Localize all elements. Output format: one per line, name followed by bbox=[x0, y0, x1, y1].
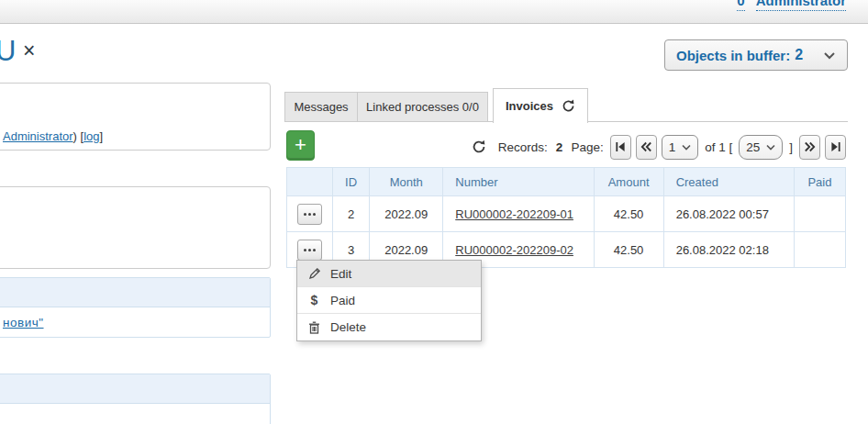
invoices-table: ID Month Number Amount Created Paid 2 20… bbox=[286, 167, 846, 268]
panel-user-info: Administrator) [log] bbox=[0, 83, 271, 151]
person-link[interactable]: нович" bbox=[3, 316, 44, 329]
col-amount: Amount bbox=[594, 168, 663, 196]
text-fragment: ] bbox=[100, 129, 104, 143]
objects-in-buffer-button[interactable]: Objects in buffer: 2 bbox=[664, 39, 848, 71]
col-created: Created bbox=[663, 168, 794, 196]
records-label: Records: bbox=[498, 140, 548, 154]
cell-created: 26.08.2022 00:57 bbox=[663, 196, 794, 232]
chevron-down-icon bbox=[766, 144, 775, 151]
cell-paid bbox=[794, 232, 845, 268]
next-page-button[interactable] bbox=[799, 135, 820, 160]
panel-person-header bbox=[0, 278, 270, 307]
screen: 0 Administrator U × Objects in buffer: 2… bbox=[0, 0, 868, 424]
table-row: 2 2022.09 RU000002-202209-01 42.50 26.08… bbox=[287, 196, 846, 232]
tab-linked-processes[interactable]: Linked processes 0/0 bbox=[357, 92, 488, 122]
panel-bottom bbox=[0, 374, 271, 424]
page-select[interactable]: 1 bbox=[662, 135, 699, 160]
cell-id: 2 bbox=[333, 196, 370, 232]
col-actions bbox=[287, 168, 333, 196]
previous-page-button[interactable] bbox=[636, 135, 657, 160]
chevron-down-icon bbox=[823, 51, 836, 60]
tab-invoices-label: Invoices bbox=[506, 99, 553, 113]
notifications-count-link[interactable]: 0 bbox=[737, 0, 744, 11]
user-info-text: Administrator) [log] bbox=[3, 129, 103, 143]
last-page-button[interactable] bbox=[825, 135, 846, 160]
menu-item-label: Edit bbox=[330, 267, 351, 281]
menu-item-paid[interactable]: $ Paid bbox=[297, 287, 481, 314]
page-select-value: 1 bbox=[669, 140, 676, 154]
col-month: Month bbox=[370, 168, 443, 196]
log-link[interactable]: log bbox=[83, 129, 99, 143]
page-label: Page: bbox=[571, 140, 603, 154]
cell-amount: 42.50 bbox=[594, 232, 663, 268]
topbar-links: 0 Administrator bbox=[737, 0, 846, 11]
refresh-icon[interactable] bbox=[562, 99, 575, 113]
records-count: 2 bbox=[556, 140, 563, 154]
page-title: U bbox=[0, 35, 16, 68]
table-header-row: ID Month Number Amount Created Paid bbox=[287, 168, 846, 196]
pager-bar: Records: 2 Page: 1 of 1 [ 25 ] bbox=[286, 134, 846, 160]
cell-amount: 42.50 bbox=[594, 196, 663, 232]
ellipsis-icon bbox=[304, 249, 306, 251]
ellipsis-icon bbox=[304, 213, 306, 216]
user-menu-link[interactable]: Administrator bbox=[756, 0, 846, 11]
cell-month: 2022.09 bbox=[370, 196, 443, 232]
panel-empty bbox=[0, 186, 271, 269]
cell-number: RU000002-202209-01 bbox=[443, 196, 594, 232]
tab-messages[interactable]: Messages bbox=[284, 92, 358, 122]
col-number: Number bbox=[443, 168, 594, 196]
cell-created: 26.08.2022 02:18 bbox=[663, 232, 794, 268]
administrator-link[interactable]: Administrator bbox=[3, 129, 73, 143]
menu-item-label: Paid bbox=[330, 294, 355, 307]
trash-icon bbox=[307, 321, 321, 334]
tab-invoices[interactable]: Invoices bbox=[493, 88, 588, 123]
menu-item-edit[interactable]: Edit bbox=[297, 261, 481, 287]
col-id: ID bbox=[333, 168, 370, 196]
first-page-button[interactable] bbox=[610, 135, 631, 160]
chevron-down-icon bbox=[682, 144, 691, 151]
panel-bottom-header bbox=[0, 374, 270, 404]
invoice-number-link[interactable]: RU000002-202209-02 bbox=[455, 243, 573, 257]
actions-cell bbox=[287, 196, 333, 232]
menu-item-label: Delete bbox=[330, 320, 366, 334]
page-of-text: of 1 [ bbox=[705, 140, 732, 154]
col-paid: Paid bbox=[794, 168, 845, 196]
row-actions-button[interactable] bbox=[297, 204, 322, 225]
cell-paid bbox=[794, 196, 845, 232]
menu-item-delete[interactable]: Delete bbox=[297, 314, 481, 340]
page-size-select[interactable]: 25 bbox=[739, 135, 783, 160]
top-bar: 0 Administrator bbox=[0, 0, 868, 24]
dollar-icon: $ bbox=[307, 293, 321, 307]
close-icon[interactable]: × bbox=[23, 40, 35, 61]
buffer-label: Objects in buffer: bbox=[676, 48, 790, 63]
buffer-count: 2 bbox=[795, 47, 803, 63]
page-size-value: 25 bbox=[746, 140, 760, 154]
bracket-close-text: ] bbox=[789, 140, 793, 154]
row-context-menu: Edit $ Paid Delete bbox=[296, 260, 482, 341]
pencil-icon bbox=[307, 267, 321, 280]
invoice-number-link[interactable]: RU000002-202209-01 bbox=[455, 207, 573, 221]
row-actions-button[interactable] bbox=[297, 240, 322, 261]
refresh-icon[interactable] bbox=[472, 139, 486, 154]
text-fragment: ) [ bbox=[73, 129, 84, 143]
panel-person: нович" bbox=[0, 277, 271, 338]
